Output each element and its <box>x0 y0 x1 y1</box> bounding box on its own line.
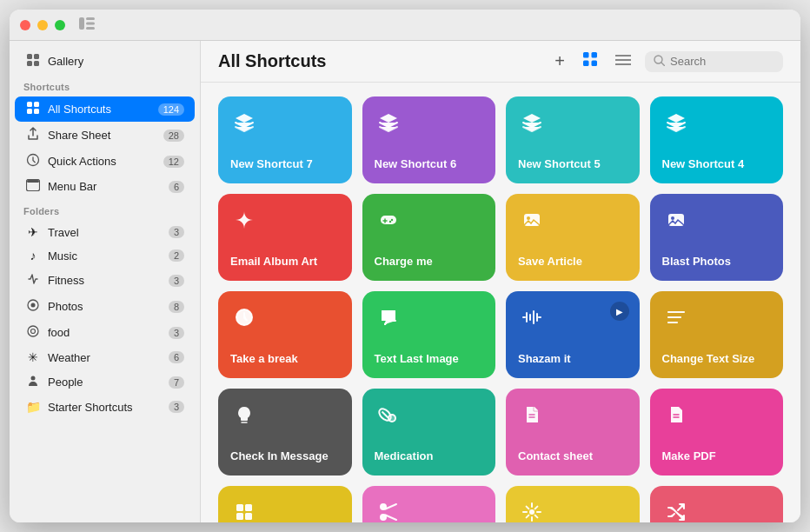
card-icon <box>230 303 258 331</box>
svg-point-31 <box>388 221 390 223</box>
svg-point-33 <box>527 216 530 220</box>
svg-point-17 <box>28 326 38 336</box>
sidebar-item-fitness[interactable]: Fitness 3 <box>15 268 195 293</box>
travel-icon: ✈ <box>25 225 41 239</box>
shortcut-card[interactable]: Save Article Mac <box>218 486 352 522</box>
menu-bar-badge: 6 <box>169 181 184 193</box>
sidebar-item-quick-actions[interactable]: Quick Actions 12 <box>15 149 195 174</box>
sidebar-item-all-shortcuts[interactable]: All Shortcuts 124 <box>15 96 195 122</box>
shortcut-card[interactable]: New Shortcut 6 <box>362 96 496 183</box>
all-shortcuts-label: All Shortcuts <box>48 103 151 116</box>
sidebar-toggle-button[interactable] <box>79 17 95 33</box>
sidebar-item-travel[interactable]: ✈ Travel 3 <box>15 221 195 243</box>
shortcut-card[interactable]: New Shortcut 4 <box>650 96 784 183</box>
svg-rect-4 <box>27 54 32 59</box>
shortcut-card[interactable]: Contact sheet <box>506 389 640 475</box>
svg-rect-48 <box>245 513 252 520</box>
card-icon <box>230 109 258 136</box>
food-icon <box>25 324 41 341</box>
weather-badge: 6 <box>169 351 184 363</box>
card-icon <box>518 206 546 234</box>
sidebar-item-menu-bar[interactable]: Menu Bar 6 <box>15 175 195 198</box>
svg-line-51 <box>385 504 396 509</box>
card-label: Check In Message <box>230 449 340 463</box>
sidebar-item-people[interactable]: People 7 <box>15 369 195 395</box>
card-label: New Shortcut 5 <box>518 157 627 171</box>
share-sheet-badge: 28 <box>163 130 184 142</box>
card-label: New Shortcut 6 <box>375 157 484 171</box>
shortcut-card[interactable]: Word of the Day <box>506 486 640 522</box>
photos-label: Photos <box>48 300 162 313</box>
svg-point-19 <box>31 376 36 381</box>
sidebar-item-weather[interactable]: ✳ Weather 6 <box>15 346 195 369</box>
maximize-button[interactable] <box>55 20 65 30</box>
shortcut-card[interactable]: ▶ Shazam it <box>506 291 640 378</box>
card-label: Shazam it <box>518 352 627 366</box>
folders-section-label: Folders <box>10 199 200 220</box>
shortcut-card[interactable]: Shuffle All The Playlists <box>650 486 784 522</box>
play-button[interactable]: ▶ <box>610 302 629 321</box>
card-icon <box>662 303 690 331</box>
sidebar-item-music[interactable]: ♪ Music 2 <box>15 244 195 267</box>
svg-point-40 <box>388 415 395 422</box>
svg-rect-5 <box>34 54 39 59</box>
svg-rect-47 <box>236 513 243 520</box>
card-label: Take a break <box>230 352 340 366</box>
svg-rect-20 <box>583 52 589 58</box>
svg-rect-29 <box>381 216 396 224</box>
shortcut-card[interactable]: Save Article <box>506 194 640 281</box>
music-badge: 2 <box>169 249 184 262</box>
gallery-label: Gallery <box>48 55 184 68</box>
card-label: Email Album Art <box>230 255 340 269</box>
svg-point-16 <box>31 303 36 308</box>
shortcut-card[interactable]: Email Album Art <box>218 194 352 281</box>
main-header: All Shortcuts + <box>201 41 800 83</box>
shortcuts-section-label: Shortcuts <box>10 75 200 96</box>
shortcut-card[interactable]: Medication <box>362 389 496 475</box>
shortcut-card[interactable]: Make PDF <box>650 389 784 475</box>
card-icon <box>518 109 546 136</box>
sidebar-item-photos[interactable]: Photos 8 <box>15 294 195 319</box>
search-bar <box>645 51 783 72</box>
sidebar-item-food[interactable]: food 3 <box>15 320 195 345</box>
svg-rect-7 <box>34 61 39 66</box>
food-badge: 3 <box>169 327 184 339</box>
shortcut-card[interactable]: New Shortcut 5 <box>506 96 640 183</box>
card-icon <box>518 498 546 522</box>
svg-point-30 <box>390 219 392 221</box>
starter-icon: 📁 <box>25 400 41 414</box>
grid-view-button[interactable] <box>579 50 601 73</box>
shortcut-card[interactable]: Take a break <box>218 291 352 378</box>
card-icon <box>230 206 258 234</box>
shortcut-card[interactable]: Check In Message <box>218 389 352 475</box>
list-view-button[interactable] <box>612 50 634 72</box>
svg-point-18 <box>31 329 36 334</box>
photos-badge: 8 <box>169 301 184 313</box>
shortcut-card[interactable]: Blast Photos <box>650 194 784 281</box>
card-icon <box>230 401 258 429</box>
add-shortcut-button[interactable]: + <box>551 50 568 73</box>
sidebar-item-share-sheet[interactable]: Share Sheet 28 <box>15 123 195 148</box>
starter-badge: 3 <box>169 401 184 413</box>
search-input[interactable] <box>670 55 774 68</box>
shortcut-card[interactable]: Clean Up <box>362 486 496 522</box>
card-label: Save Article <box>518 255 627 269</box>
sidebar-item-gallery[interactable]: Gallery <box>15 49 195 74</box>
food-label: food <box>48 326 162 339</box>
card-icon <box>662 206 690 234</box>
close-button[interactable] <box>20 20 30 30</box>
shortcut-card[interactable]: Change Text Size <box>650 291 784 378</box>
quick-actions-icon <box>25 153 41 170</box>
music-label: Music <box>48 249 162 263</box>
minimize-button[interactable] <box>37 20 48 30</box>
fitness-badge: 3 <box>169 275 184 287</box>
svg-rect-14 <box>27 180 39 183</box>
svg-line-28 <box>661 63 665 66</box>
sidebar-item-starter[interactable]: 📁 Starter Shortcuts 3 <box>15 396 195 418</box>
shortcut-card[interactable]: Charge me <box>362 194 496 281</box>
card-icon <box>518 303 546 331</box>
svg-rect-45 <box>236 504 243 511</box>
shortcut-card[interactable]: Text Last Image <box>362 291 496 378</box>
shortcut-card[interactable]: New Shortcut 7 <box>218 96 352 183</box>
card-icon <box>375 401 402 429</box>
